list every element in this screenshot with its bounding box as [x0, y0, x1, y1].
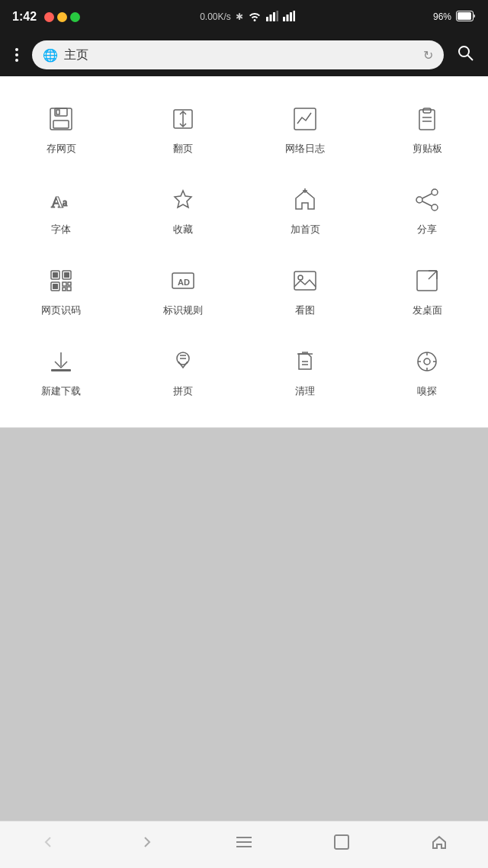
svg-text:a: a: [63, 197, 68, 208]
font-label: 字体: [51, 223, 71, 236]
flip-page-icon: [166, 102, 200, 136]
sniff-label: 嗅探: [417, 384, 437, 398]
menu-item-new-download[interactable]: 新建下载: [0, 331, 122, 412]
save-page-icon: [44, 102, 78, 136]
svg-rect-15: [56, 110, 59, 114]
share-icon: [410, 183, 444, 217]
svg-rect-39: [63, 282, 66, 286]
search-button[interactable]: [451, 40, 479, 69]
menu-item-bookmark[interactable]: 收藏: [122, 169, 244, 250]
sniff-icon: [410, 345, 444, 378]
view-image-icon: [288, 264, 322, 297]
back-button[interactable]: [26, 825, 72, 859]
menu-item-qrcode[interactable]: 网页识码: [0, 250, 122, 331]
svg-marker-25: [175, 191, 191, 207]
signal-icon2: [283, 11, 295, 24]
svg-rect-51: [51, 369, 71, 371]
svg-rect-68: [335, 835, 348, 849]
clear-icon: [288, 345, 322, 378]
nav-menu-button[interactable]: [221, 825, 267, 859]
svg-rect-3: [276, 11, 278, 21]
svg-rect-4: [283, 17, 285, 21]
content-area: [0, 428, 488, 868]
split-page-icon: [166, 345, 200, 378]
menu-item-split-page[interactable]: 拼页: [122, 331, 244, 412]
menu-dots-button[interactable]: [9, 45, 24, 65]
browser-toolbar: 🌐 主页 ↻: [0, 34, 488, 76]
dot-green: [70, 12, 80, 22]
network-speed: 0.00K/s: [200, 11, 231, 22]
menu-grid: 存网页 翻页 网络日志: [0, 88, 488, 412]
ad-rules-icon: AD: [166, 264, 200, 297]
menu-item-network-log[interactable]: 网络日志: [244, 88, 366, 169]
add-homepage-label: 加首页: [291, 223, 320, 236]
svg-line-50: [429, 271, 437, 279]
svg-rect-36: [53, 284, 58, 289]
svg-rect-0: [266, 17, 268, 21]
menu-item-clear[interactable]: 清理: [244, 331, 366, 412]
svg-rect-7: [293, 11, 295, 21]
menu-item-font[interactable]: A a 字体: [0, 169, 122, 250]
menu-item-add-homepage[interactable]: 加首页: [244, 169, 366, 250]
share-label: 分享: [417, 223, 437, 236]
new-download-icon: [44, 345, 78, 378]
font-icon: A a: [44, 183, 78, 217]
status-center: 0.00K/s ✱: [200, 11, 295, 24]
status-left: 1:42: [12, 10, 80, 24]
dot-yellow: [57, 12, 67, 22]
menu-item-ad-rules[interactable]: AD 标识规则: [122, 250, 244, 331]
save-page-label: 存网页: [47, 142, 76, 156]
add-homepage-icon: [288, 183, 322, 217]
bottom-nav: [0, 821, 488, 868]
address-bar[interactable]: 🌐 主页 ↻: [32, 40, 444, 69]
menu-item-share[interactable]: 分享: [366, 169, 488, 250]
clear-label: 清理: [295, 384, 315, 398]
svg-rect-6: [290, 12, 292, 21]
svg-rect-38: [64, 272, 69, 278]
status-right: 96%: [415, 11, 476, 24]
new-download-label: 新建下载: [41, 384, 81, 398]
menu-item-save-page[interactable]: 存网页: [0, 88, 122, 169]
send-desktop-label: 发桌面: [413, 304, 442, 317]
menu-item-flip-page[interactable]: 翻页: [122, 88, 244, 169]
svg-point-60: [424, 358, 430, 365]
clipboard-label: 剪贴板: [413, 142, 442, 156]
ad-rules-label: 标识规则: [163, 304, 203, 317]
status-bar: 1:42 0.00K/s ✱: [0, 0, 488, 34]
svg-point-30: [432, 204, 438, 211]
signal-icon: [266, 11, 278, 24]
tabs-button[interactable]: [319, 825, 364, 859]
bookmark-icon: [166, 183, 200, 217]
qrcode-icon: [44, 264, 78, 297]
svg-rect-18: [294, 108, 316, 130]
reload-icon[interactable]: ↻: [423, 48, 433, 63]
svg-point-46: [298, 275, 303, 280]
svg-rect-42: [67, 287, 71, 291]
dot-red: [44, 12, 54, 22]
forward-button[interactable]: [124, 825, 169, 859]
view-image-label: 看图: [295, 304, 315, 317]
menu-item-sniff[interactable]: 嗅探: [366, 331, 488, 412]
svg-line-11: [468, 56, 474, 61]
network-log-icon: [288, 102, 322, 136]
home-button[interactable]: [416, 825, 462, 859]
network-log-label: 网络日志: [285, 142, 325, 156]
svg-rect-14: [53, 121, 69, 128]
svg-text:AD: AD: [178, 278, 190, 287]
bookmark-label: 收藏: [173, 223, 193, 236]
address-text: 主页: [64, 47, 417, 63]
flip-page-label: 翻页: [173, 142, 193, 156]
svg-point-28: [432, 189, 438, 195]
menu-item-send-desktop[interactable]: 发桌面: [366, 250, 488, 331]
svg-rect-5: [286, 14, 288, 21]
menu-item-view-image[interactable]: 看图: [244, 250, 366, 331]
svg-rect-9: [458, 12, 471, 20]
svg-point-29: [416, 197, 422, 203]
bluetooth-icon: ✱: [236, 11, 243, 22]
svg-rect-41: [63, 288, 66, 291]
svg-rect-34: [53, 272, 58, 278]
menu-item-clipboard[interactable]: 剪贴板: [366, 88, 488, 169]
svg-rect-40: [68, 282, 71, 285]
svg-text:A: A: [51, 192, 63, 211]
globe-icon: 🌐: [43, 48, 58, 63]
